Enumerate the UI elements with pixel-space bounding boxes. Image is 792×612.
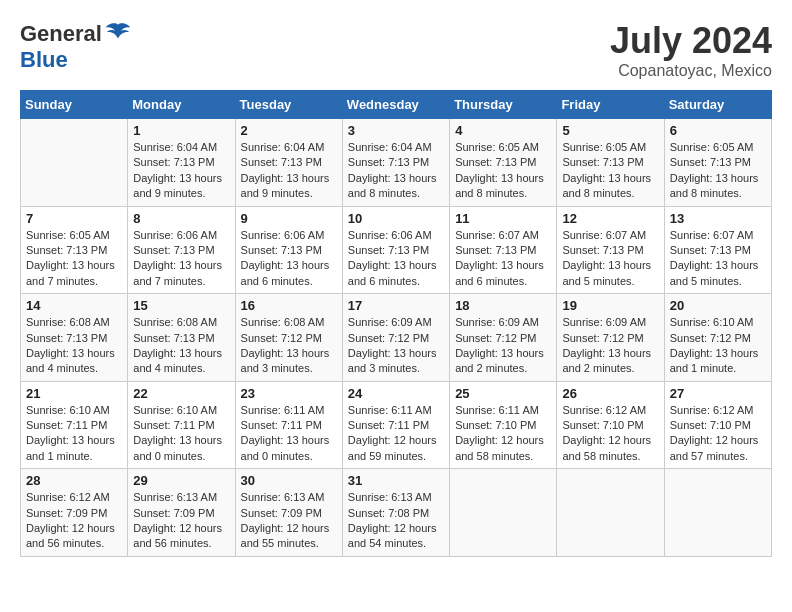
weekday-header-friday: Friday bbox=[557, 91, 664, 119]
day-info: Sunrise: 6:07 AM Sunset: 7:13 PM Dayligh… bbox=[562, 228, 658, 290]
day-number: 10 bbox=[348, 211, 444, 226]
calendar-day-cell: 19Sunrise: 6:09 AM Sunset: 7:12 PM Dayli… bbox=[557, 294, 664, 382]
day-info: Sunrise: 6:10 AM Sunset: 7:11 PM Dayligh… bbox=[26, 403, 122, 465]
day-info: Sunrise: 6:10 AM Sunset: 7:12 PM Dayligh… bbox=[670, 315, 766, 377]
day-number: 28 bbox=[26, 473, 122, 488]
weekday-header-saturday: Saturday bbox=[664, 91, 771, 119]
day-number: 15 bbox=[133, 298, 229, 313]
calendar-day-cell: 18Sunrise: 6:09 AM Sunset: 7:12 PM Dayli… bbox=[450, 294, 557, 382]
day-info: Sunrise: 6:05 AM Sunset: 7:13 PM Dayligh… bbox=[670, 140, 766, 202]
logo-bird-icon bbox=[104, 20, 132, 48]
calendar-day-cell: 27Sunrise: 6:12 AM Sunset: 7:10 PM Dayli… bbox=[664, 381, 771, 469]
page-header: General Blue July 2024 Copanatoyac, Mexi… bbox=[20, 20, 772, 80]
calendar-day-cell: 2Sunrise: 6:04 AM Sunset: 7:13 PM Daylig… bbox=[235, 119, 342, 207]
day-info: Sunrise: 6:05 AM Sunset: 7:13 PM Dayligh… bbox=[562, 140, 658, 202]
day-info: Sunrise: 6:04 AM Sunset: 7:13 PM Dayligh… bbox=[133, 140, 229, 202]
calendar-day-cell: 25Sunrise: 6:11 AM Sunset: 7:10 PM Dayli… bbox=[450, 381, 557, 469]
calendar-day-cell bbox=[450, 469, 557, 557]
day-info: Sunrise: 6:09 AM Sunset: 7:12 PM Dayligh… bbox=[562, 315, 658, 377]
day-info: Sunrise: 6:07 AM Sunset: 7:13 PM Dayligh… bbox=[670, 228, 766, 290]
calendar-day-cell bbox=[557, 469, 664, 557]
weekday-header-wednesday: Wednesday bbox=[342, 91, 449, 119]
calendar-week-row: 7Sunrise: 6:05 AM Sunset: 7:13 PM Daylig… bbox=[21, 206, 772, 294]
calendar-week-row: 1Sunrise: 6:04 AM Sunset: 7:13 PM Daylig… bbox=[21, 119, 772, 207]
day-info: Sunrise: 6:12 AM Sunset: 7:10 PM Dayligh… bbox=[562, 403, 658, 465]
calendar-day-cell: 28Sunrise: 6:12 AM Sunset: 7:09 PM Dayli… bbox=[21, 469, 128, 557]
calendar-day-cell bbox=[21, 119, 128, 207]
day-number: 12 bbox=[562, 211, 658, 226]
day-info: Sunrise: 6:09 AM Sunset: 7:12 PM Dayligh… bbox=[348, 315, 444, 377]
day-info: Sunrise: 6:12 AM Sunset: 7:09 PM Dayligh… bbox=[26, 490, 122, 552]
day-number: 20 bbox=[670, 298, 766, 313]
calendar-day-cell: 1Sunrise: 6:04 AM Sunset: 7:13 PM Daylig… bbox=[128, 119, 235, 207]
day-info: Sunrise: 6:10 AM Sunset: 7:11 PM Dayligh… bbox=[133, 403, 229, 465]
day-info: Sunrise: 6:11 AM Sunset: 7:10 PM Dayligh… bbox=[455, 403, 551, 465]
day-info: Sunrise: 6:06 AM Sunset: 7:13 PM Dayligh… bbox=[133, 228, 229, 290]
day-number: 30 bbox=[241, 473, 337, 488]
calendar-day-cell: 17Sunrise: 6:09 AM Sunset: 7:12 PM Dayli… bbox=[342, 294, 449, 382]
calendar-body: 1Sunrise: 6:04 AM Sunset: 7:13 PM Daylig… bbox=[21, 119, 772, 557]
calendar-day-cell: 21Sunrise: 6:10 AM Sunset: 7:11 PM Dayli… bbox=[21, 381, 128, 469]
day-info: Sunrise: 6:05 AM Sunset: 7:13 PM Dayligh… bbox=[455, 140, 551, 202]
day-info: Sunrise: 6:06 AM Sunset: 7:13 PM Dayligh… bbox=[348, 228, 444, 290]
day-info: Sunrise: 6:11 AM Sunset: 7:11 PM Dayligh… bbox=[348, 403, 444, 465]
day-number: 24 bbox=[348, 386, 444, 401]
day-number: 18 bbox=[455, 298, 551, 313]
calendar-week-row: 28Sunrise: 6:12 AM Sunset: 7:09 PM Dayli… bbox=[21, 469, 772, 557]
day-number: 8 bbox=[133, 211, 229, 226]
day-number: 29 bbox=[133, 473, 229, 488]
day-info: Sunrise: 6:06 AM Sunset: 7:13 PM Dayligh… bbox=[241, 228, 337, 290]
calendar-day-cell: 15Sunrise: 6:08 AM Sunset: 7:13 PM Dayli… bbox=[128, 294, 235, 382]
calendar-day-cell: 4Sunrise: 6:05 AM Sunset: 7:13 PM Daylig… bbox=[450, 119, 557, 207]
calendar-day-cell: 7Sunrise: 6:05 AM Sunset: 7:13 PM Daylig… bbox=[21, 206, 128, 294]
calendar-day-cell: 11Sunrise: 6:07 AM Sunset: 7:13 PM Dayli… bbox=[450, 206, 557, 294]
day-number: 11 bbox=[455, 211, 551, 226]
day-number: 16 bbox=[241, 298, 337, 313]
calendar-week-row: 14Sunrise: 6:08 AM Sunset: 7:13 PM Dayli… bbox=[21, 294, 772, 382]
day-info: Sunrise: 6:08 AM Sunset: 7:13 PM Dayligh… bbox=[26, 315, 122, 377]
day-number: 21 bbox=[26, 386, 122, 401]
day-info: Sunrise: 6:12 AM Sunset: 7:10 PM Dayligh… bbox=[670, 403, 766, 465]
calendar-day-cell: 31Sunrise: 6:13 AM Sunset: 7:08 PM Dayli… bbox=[342, 469, 449, 557]
calendar-day-cell: 22Sunrise: 6:10 AM Sunset: 7:11 PM Dayli… bbox=[128, 381, 235, 469]
day-info: Sunrise: 6:05 AM Sunset: 7:13 PM Dayligh… bbox=[26, 228, 122, 290]
day-number: 14 bbox=[26, 298, 122, 313]
day-number: 4 bbox=[455, 123, 551, 138]
logo-blue: Blue bbox=[20, 47, 68, 72]
day-number: 9 bbox=[241, 211, 337, 226]
calendar-day-cell: 24Sunrise: 6:11 AM Sunset: 7:11 PM Dayli… bbox=[342, 381, 449, 469]
calendar-day-cell bbox=[664, 469, 771, 557]
calendar-day-cell: 12Sunrise: 6:07 AM Sunset: 7:13 PM Dayli… bbox=[557, 206, 664, 294]
day-number: 19 bbox=[562, 298, 658, 313]
title-block: July 2024 Copanatoyac, Mexico bbox=[610, 20, 772, 80]
day-number: 7 bbox=[26, 211, 122, 226]
day-number: 26 bbox=[562, 386, 658, 401]
day-number: 1 bbox=[133, 123, 229, 138]
calendar-day-cell: 26Sunrise: 6:12 AM Sunset: 7:10 PM Dayli… bbox=[557, 381, 664, 469]
weekday-header-sunday: Sunday bbox=[21, 91, 128, 119]
day-number: 17 bbox=[348, 298, 444, 313]
day-number: 3 bbox=[348, 123, 444, 138]
calendar-day-cell: 3Sunrise: 6:04 AM Sunset: 7:13 PM Daylig… bbox=[342, 119, 449, 207]
calendar-day-cell: 29Sunrise: 6:13 AM Sunset: 7:09 PM Dayli… bbox=[128, 469, 235, 557]
calendar-day-cell: 14Sunrise: 6:08 AM Sunset: 7:13 PM Dayli… bbox=[21, 294, 128, 382]
day-info: Sunrise: 6:07 AM Sunset: 7:13 PM Dayligh… bbox=[455, 228, 551, 290]
day-number: 25 bbox=[455, 386, 551, 401]
calendar-day-cell: 5Sunrise: 6:05 AM Sunset: 7:13 PM Daylig… bbox=[557, 119, 664, 207]
weekday-header-thursday: Thursday bbox=[450, 91, 557, 119]
day-info: Sunrise: 6:13 AM Sunset: 7:08 PM Dayligh… bbox=[348, 490, 444, 552]
logo: General Blue bbox=[20, 20, 132, 72]
logo-general: General bbox=[20, 21, 102, 46]
calendar-day-cell: 16Sunrise: 6:08 AM Sunset: 7:12 PM Dayli… bbox=[235, 294, 342, 382]
calendar-header-row: SundayMondayTuesdayWednesdayThursdayFrid… bbox=[21, 91, 772, 119]
day-number: 22 bbox=[133, 386, 229, 401]
day-number: 23 bbox=[241, 386, 337, 401]
day-number: 6 bbox=[670, 123, 766, 138]
calendar-day-cell: 30Sunrise: 6:13 AM Sunset: 7:09 PM Dayli… bbox=[235, 469, 342, 557]
calendar-day-cell: 13Sunrise: 6:07 AM Sunset: 7:13 PM Dayli… bbox=[664, 206, 771, 294]
weekday-header-monday: Monday bbox=[128, 91, 235, 119]
day-number: 27 bbox=[670, 386, 766, 401]
calendar-day-cell: 9Sunrise: 6:06 AM Sunset: 7:13 PM Daylig… bbox=[235, 206, 342, 294]
day-info: Sunrise: 6:11 AM Sunset: 7:11 PM Dayligh… bbox=[241, 403, 337, 465]
day-info: Sunrise: 6:08 AM Sunset: 7:13 PM Dayligh… bbox=[133, 315, 229, 377]
